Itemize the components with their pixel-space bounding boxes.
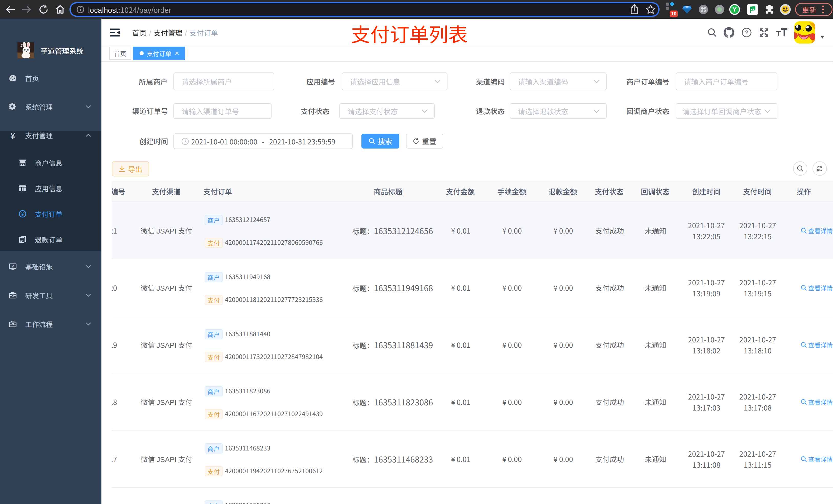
svg-text:⌘: ⌘ [700, 6, 707, 13]
svg-text:?: ? [745, 29, 748, 35]
svg-text:¥: ¥ [21, 210, 24, 217]
